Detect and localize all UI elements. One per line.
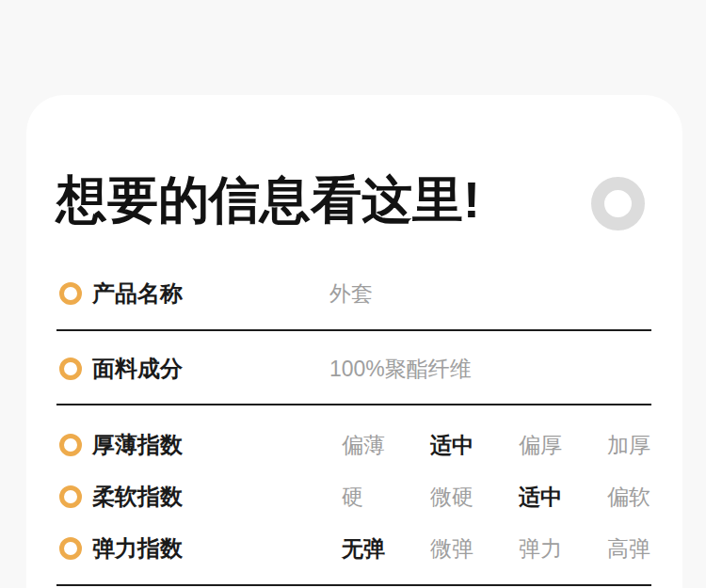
row-label: 产品名称 (92, 278, 329, 309)
card-title: 想要的信息看这里! (56, 169, 480, 230)
row-value: 100%聚酯纤维 (329, 355, 472, 384)
scale-options: 无弹 微弹 弹力 高弹 (342, 534, 696, 564)
scale-option: 微弹 (430, 534, 519, 564)
index-row-thickness: 厚薄指数 偏薄 适中 偏厚 加厚 (59, 431, 696, 459)
row-label: 面料成分 (92, 354, 329, 384)
divider (56, 584, 651, 586)
row-label: 柔软指数 (92, 482, 329, 512)
bullet-ring-icon (59, 485, 82, 508)
index-row-elasticity: 弹力指数 无弹 微弹 弹力 高弹 (59, 534, 696, 563)
scale-option: 硬 (342, 483, 430, 512)
row-label: 厚薄指数 (92, 430, 329, 460)
index-row-softness: 柔软指数 硬 微硬 适中 偏软 (59, 483, 696, 511)
info-row-product-name: 产品名称 外套 (59, 279, 373, 308)
scale-option: 适中 (519, 483, 607, 512)
bullet-ring-icon (59, 358, 82, 380)
bullet-ring-icon (59, 537, 82, 560)
scale-option: 偏厚 (519, 431, 607, 460)
scale-option: 高弹 (607, 534, 696, 564)
bullet-ring-icon (59, 282, 82, 305)
scale-option: 适中 (430, 431, 519, 460)
divider (56, 329, 651, 331)
scale-option: 加厚 (607, 431, 696, 460)
info-row-fabric-composition: 面料成分 100%聚酯纤维 (59, 355, 472, 383)
scale-options: 硬 微硬 适中 偏软 (342, 483, 696, 512)
scale-options: 偏薄 适中 偏厚 加厚 (342, 431, 696, 460)
product-info-card: 想要的信息看这里! 产品名称 外套 面料成分 100%聚酯纤维 厚薄指数 偏薄 … (26, 95, 682, 588)
row-value: 外套 (329, 279, 373, 309)
scale-option: 偏软 (607, 483, 696, 512)
bullet-ring-icon (59, 434, 82, 456)
row-label: 弹力指数 (92, 533, 329, 564)
scale-option: 偏薄 (342, 431, 430, 460)
scale-option: 无弹 (342, 534, 430, 564)
scale-option: 弹力 (519, 534, 607, 564)
divider (56, 404, 651, 405)
scale-option: 微硬 (430, 483, 519, 512)
ring-decoration-icon (591, 177, 645, 230)
